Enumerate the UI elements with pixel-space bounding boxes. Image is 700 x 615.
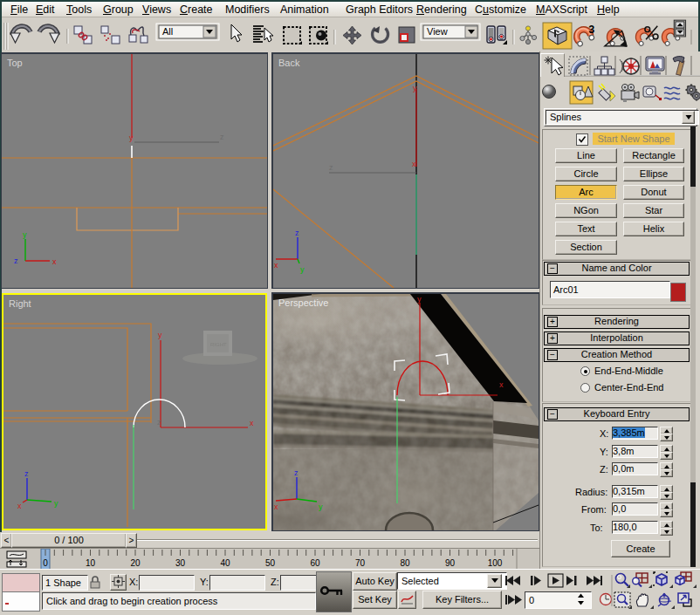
svg-text:z: z [294, 468, 299, 477]
svg-text:y: y [417, 295, 422, 304]
svg-text:Perspective: Perspective [278, 297, 328, 308]
svg-text:40: 40 [220, 558, 230, 568]
svg-text:Top: Top [7, 58, 23, 68]
svg-text:y: y [129, 133, 134, 142]
svg-text:Back: Back [278, 58, 300, 68]
svg-text:90: 90 [445, 558, 456, 568]
svg-text:y: y [158, 331, 162, 339]
svg-text:x: x [17, 502, 22, 510]
svg-text:x: x [274, 502, 278, 511]
svg-text:70: 70 [355, 558, 366, 568]
svg-text:z: z [157, 418, 161, 427]
svg-text:y: y [413, 84, 417, 92]
svg-text:80: 80 [400, 558, 410, 568]
svg-text:z: z [295, 229, 299, 237]
svg-text:60: 60 [310, 558, 320, 568]
svg-text:y: y [54, 499, 58, 508]
svg-text:100: 100 [488, 558, 503, 568]
svg-text:x: x [274, 261, 278, 270]
svg-text:y: y [23, 230, 27, 239]
svg-text:Right: Right [9, 298, 31, 309]
svg-text:All: All [162, 26, 173, 37]
svg-text:x: x [52, 257, 57, 266]
svg-text:30: 30 [175, 558, 186, 568]
svg-text:y: y [300, 265, 305, 274]
svg-text:RIGHT: RIGHT [210, 342, 227, 347]
svg-text:z: z [14, 256, 18, 265]
svg-text:x: x [499, 380, 504, 389]
svg-text:x: x [250, 419, 254, 427]
svg-text:x: x [412, 160, 416, 168]
svg-text:0: 0 [43, 558, 48, 568]
svg-text:z: z [220, 133, 224, 141]
svg-text:3: 3 [588, 24, 594, 36]
svg-text:10: 10 [86, 558, 96, 568]
svg-text:50: 50 [265, 558, 276, 568]
svg-text:y: y [319, 502, 323, 511]
svg-text:z: z [329, 163, 333, 172]
svg-text:z: z [24, 469, 29, 478]
svg-text:20: 20 [130, 558, 141, 568]
svg-text:View: View [427, 26, 448, 37]
